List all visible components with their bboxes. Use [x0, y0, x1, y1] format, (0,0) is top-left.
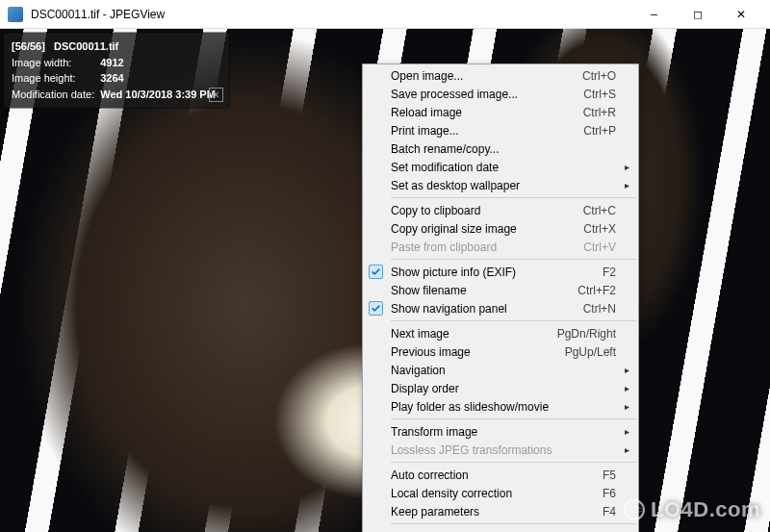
- menu-item-save-parameters-to-db[interactable]: Save parameters to DBS: [364, 527, 637, 532]
- menu-item-label: Display order: [391, 382, 616, 395]
- image-counter: [56/56]: [12, 40, 45, 52]
- check-icon: [369, 265, 383, 279]
- info-table: Image width:4912Image height:3264Modific…: [12, 55, 221, 103]
- window-title: DSC00011.tif - JPEGView: [31, 8, 632, 21]
- menu-item-label: Auto correction: [391, 469, 591, 482]
- menu-item-shortcut: Ctrl+X: [583, 222, 616, 236]
- menu-item-play-folder-as-slideshow-movie[interactable]: Play folder as slideshow/movie▸: [364, 397, 637, 416]
- info-label: Image width:: [12, 55, 100, 71]
- menu-item-keep-parameters[interactable]: Keep parametersF4: [364, 502, 637, 520]
- info-label: Image height:: [12, 70, 100, 87]
- menu-item-label: Next image: [391, 327, 546, 341]
- context-menu: Open image...Ctrl+OSave processed image.…: [362, 63, 639, 532]
- menu-item-label: Navigation: [391, 364, 616, 377]
- chevron-right-icon: ▸: [625, 180, 629, 190]
- info-row: Image height:3264: [12, 70, 221, 87]
- menu-item-next-image[interactable]: Next imagePgDn/Right: [364, 324, 637, 342]
- menu-item-print-image[interactable]: Print image...Ctrl+P: [364, 121, 637, 139]
- menu-item-copy-to-clipboard[interactable]: Copy to clipboardCtrl+C: [364, 201, 637, 219]
- menu-item-label: Reload image: [391, 106, 572, 119]
- menu-item-shortcut: Ctrl+C: [583, 204, 616, 217]
- menu-item-shortcut: Ctrl+O: [582, 69, 616, 83]
- menu-item-label: Set modification date: [391, 161, 616, 174]
- menu-item-copy-original-size-image[interactable]: Copy original size imageCtrl+X: [364, 219, 637, 238]
- menu-item-shortcut: F6: [603, 487, 616, 500]
- menu-item-navigation[interactable]: Navigation▸: [364, 361, 637, 379]
- info-value: 3264: [100, 70, 221, 87]
- menu-item-reload-image[interactable]: Reload imageCtrl+R: [364, 103, 637, 121]
- chevron-right-icon: ▸: [625, 162, 629, 172]
- menu-item-label: Show picture info (EXIF): [391, 266, 591, 279]
- watermark: LO4D.com: [624, 497, 760, 522]
- menu-item-label: Local density correction: [391, 487, 591, 500]
- menu-separator: [391, 462, 636, 463]
- menu-item-label: Copy original size image: [391, 222, 572, 236]
- menu-separator: [391, 320, 636, 321]
- exif-info-panel: [56/56] DSC00011.tif Image width:4912Ima…: [4, 33, 229, 108]
- menu-separator: [391, 259, 636, 260]
- menu-item-save-processed-image[interactable]: Save processed image...Ctrl+S: [364, 85, 637, 103]
- menu-item-shortcut: Ctrl+R: [583, 106, 616, 119]
- image-viewport[interactable]: [56/56] DSC00011.tif Image width:4912Ima…: [0, 29, 770, 532]
- info-value: 4912: [100, 55, 221, 71]
- info-label: Modification date:: [12, 87, 100, 103]
- menu-item-label: Lossless JPEG transformations: [391, 443, 616, 457]
- menu-item-label: Paste from clipboard: [391, 241, 572, 254]
- menu-item-shortcut: Ctrl+N: [583, 302, 616, 316]
- window-minimize-button[interactable]: –: [632, 0, 676, 29]
- menu-item-shortcut: PgDn/Right: [557, 327, 616, 341]
- menu-item-label: Show filename: [391, 284, 566, 297]
- menu-item-label: Play folder as slideshow/movie: [391, 400, 616, 414]
- info-row: Image width:4912: [12, 55, 221, 71]
- menu-item-shortcut: Ctrl+S: [583, 88, 616, 101]
- menu-item-paste-from-clipboard: Paste from clipboardCtrl+V: [364, 238, 637, 256]
- menu-item-show-filename[interactable]: Show filenameCtrl+F2: [364, 281, 637, 299]
- menu-item-previous-image[interactable]: Previous imagePgUp/Left: [364, 342, 637, 361]
- menu-item-label: Keep parameters: [391, 505, 591, 519]
- info-row: Modification date:Wed 10/3/2018 3:39 PM: [12, 87, 221, 103]
- menu-item-label: Transform image: [391, 425, 616, 439]
- chevron-right-icon: ▸: [625, 426, 629, 437]
- menu-item-set-as-desktop-wallpaper[interactable]: Set as desktop wallpaper▸: [364, 176, 637, 194]
- chevron-right-icon: ▸: [625, 444, 629, 455]
- menu-item-show-picture-info-exif[interactable]: Show picture info (EXIF)F2: [364, 263, 637, 281]
- menu-item-auto-correction[interactable]: Auto correctionF5: [364, 466, 637, 484]
- menu-item-shortcut: PgUp/Left: [565, 345, 616, 359]
- window-close-button[interactable]: ✕: [719, 0, 762, 29]
- menu-separator: [391, 523, 636, 524]
- menu-item-show-navigation-panel[interactable]: Show navigation panelCtrl+N: [364, 299, 637, 317]
- menu-item-shortcut: F4: [603, 505, 616, 519]
- chevron-right-icon: ▸: [625, 383, 629, 393]
- menu-item-local-density-correction[interactable]: Local density correctionF6: [364, 484, 637, 502]
- menu-item-display-order[interactable]: Display order▸: [364, 379, 637, 397]
- menu-item-set-modification-date[interactable]: Set modification date▸: [364, 158, 637, 176]
- image-filename: DSC00011.tif: [54, 40, 118, 52]
- menu-item-shortcut: Ctrl+V: [583, 241, 616, 254]
- menu-separator: [391, 418, 636, 419]
- menu-item-shortcut: F5: [603, 469, 616, 482]
- menu-item-transform-image[interactable]: Transform image▸: [364, 422, 637, 441]
- menu-item-shortcut: Ctrl+P: [583, 124, 616, 138]
- menu-item-label: Save processed image...: [391, 88, 572, 101]
- menu-item-label: Print image...: [391, 124, 572, 138]
- menu-item-label: Set as desktop wallpaper: [391, 179, 616, 192]
- menu-separator: [391, 197, 636, 198]
- info-value: Wed 10/3/2018 3:39 PM: [100, 87, 221, 103]
- titlebar: DSC00011.tif - JPEGView – ◻ ✕: [0, 0, 770, 29]
- menu-item-batch-rename-copy[interactable]: Batch rename/copy...: [364, 139, 637, 158]
- menu-item-label: Show navigation panel: [391, 302, 572, 316]
- app-icon: [8, 7, 23, 22]
- menu-item-label: Batch rename/copy...: [391, 142, 616, 156]
- menu-item-label: Copy to clipboard: [391, 204, 572, 217]
- menu-item-label: Previous image: [391, 345, 553, 359]
- chevron-right-icon: ▸: [625, 365, 629, 375]
- check-icon: [369, 301, 383, 316]
- menu-item-label: Open image...: [391, 69, 571, 83]
- info-panel-close-button[interactable]: ✕: [209, 88, 223, 102]
- menu-item-shortcut: Ctrl+F2: [578, 284, 616, 297]
- globe-icon: [624, 499, 645, 520]
- menu-item-open-image[interactable]: Open image...Ctrl+O: [364, 66, 637, 85]
- menu-item-lossless-jpeg-transformations: Lossless JPEG transformations▸: [364, 441, 637, 459]
- chevron-right-icon: ▸: [625, 401, 629, 412]
- window-maximize-button[interactable]: ◻: [676, 0, 719, 29]
